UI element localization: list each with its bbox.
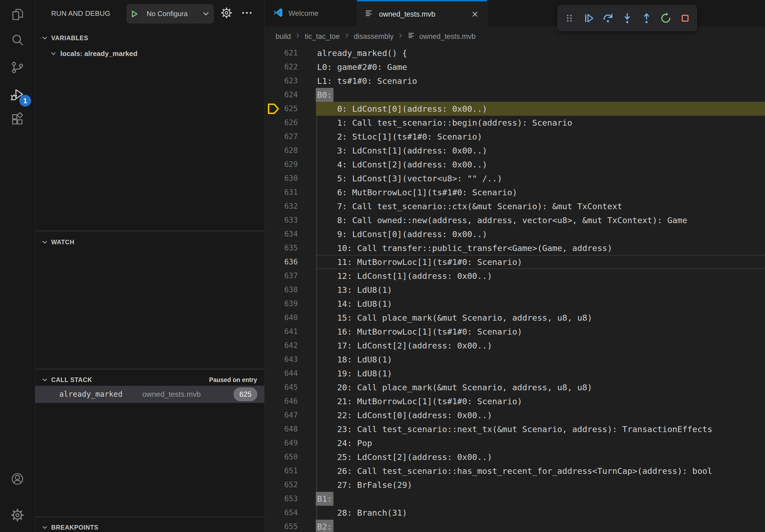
start-debug-button[interactable] — [127, 9, 142, 19]
line-number[interactable]: 648 — [265, 422, 298, 436]
section-header-call-stack[interactable]: CALL STACK Paused on entry — [35, 372, 264, 387]
line-number[interactable]: 622 — [265, 60, 298, 74]
line-number[interactable]: 645 — [265, 381, 298, 394]
line-number[interactable]: 626 — [265, 116, 298, 130]
code-line-628[interactable]: 628 3: LdConst[1](address: 0x00..) — [265, 143, 765, 157]
continue-button[interactable] — [581, 10, 596, 26]
line-number[interactable]: 644 — [265, 367, 298, 381]
stop-button[interactable] — [677, 10, 693, 26]
code-line-623[interactable]: 623L1: ts#1#0: Scenario — [265, 74, 765, 88]
close-icon[interactable] — [470, 10, 479, 19]
sidebar-item-extensions[interactable] — [0, 107, 35, 133]
restart-button[interactable] — [658, 10, 674, 26]
breadcrumb-item-file[interactable]: owned_tests.mvb — [407, 31, 475, 42]
code-line-630[interactable]: 630 5: LdConst[3](vector<u8>: "" /..) — [265, 171, 765, 185]
debug-settings-button[interactable] — [220, 6, 234, 20]
line-number[interactable]: 625 — [265, 102, 298, 116]
step-out-button[interactable] — [639, 10, 654, 26]
variables-scope-locals[interactable]: locals: already_marked — [35, 46, 264, 61]
accounts-button[interactable] — [0, 467, 35, 492]
line-number[interactable]: 641 — [265, 325, 298, 339]
code-line-621[interactable]: 621already_marked() { — [265, 46, 765, 60]
line-number[interactable]: 651 — [265, 464, 298, 478]
line-number[interactable]: 631 — [265, 185, 298, 199]
code-line-637[interactable]: 637 12: LdConst[1](address: 0x00..) — [265, 269, 765, 283]
code-line-652[interactable]: 652 27: BrFalse(29) — [265, 478, 765, 492]
code-line-651[interactable]: 651 26: Call test_scenario::has_most_rec… — [265, 464, 765, 478]
code-line-644[interactable]: 644 19: LdU8(1) — [265, 367, 765, 381]
sidebar-item-search[interactable] — [0, 28, 35, 54]
line-number[interactable]: 653 — [265, 492, 298, 506]
code-line-629[interactable]: 629 4: LdConst[2](address: 0x00..) — [265, 157, 765, 171]
code-line-631[interactable]: 631 6: MutBorrowLoc[1](ts#1#0: Scenario) — [265, 185, 765, 199]
line-number[interactable]: 623 — [265, 74, 298, 88]
settings-button[interactable] — [0, 503, 35, 529]
line-number[interactable]: 638 — [265, 283, 298, 297]
line-number[interactable]: 642 — [265, 339, 298, 353]
section-header-breakpoints[interactable]: BREAKPOINTS — [35, 520, 264, 532]
code-line-649[interactable]: 649 24: Pop — [265, 436, 765, 450]
code-line-653[interactable]: 653B1: — [265, 492, 765, 506]
code-line-639[interactable]: 639 14: LdU8(1) — [265, 297, 765, 311]
line-number[interactable]: 632 — [265, 199, 298, 213]
line-number[interactable]: 628 — [265, 143, 298, 157]
step-into-button[interactable] — [619, 10, 635, 26]
code-line-633[interactable]: 633 8: Call owned::new(address, address,… — [265, 213, 765, 227]
line-number[interactable]: 646 — [265, 394, 298, 408]
line-number[interactable]: 633 — [265, 213, 298, 227]
code-line-643[interactable]: 643 18: LdU8(1) — [265, 353, 765, 367]
line-number[interactable]: 654 — [265, 506, 298, 520]
code-line-655[interactable]: 655B2: — [265, 520, 765, 532]
code-line-627[interactable]: 627 2: StLoc[1](ts#1#0: Scenario) — [265, 130, 765, 143]
line-number[interactable]: 635 — [265, 241, 298, 255]
code-editor[interactable]: 621already_marked() {622L0: game#2#0: Ga… — [265, 46, 765, 532]
line-number[interactable]: 627 — [265, 130, 298, 143]
section-header-variables[interactable]: VARIABLES — [35, 30, 264, 46]
line-number[interactable]: 636 — [265, 255, 298, 269]
code-line-632[interactable]: 632 7: Call test_scenario::ctx(&mut Scen… — [265, 199, 765, 213]
line-number[interactable]: 649 — [265, 436, 298, 450]
toolbar-drag-handle[interactable] — [561, 10, 577, 26]
line-number[interactable]: 637 — [265, 269, 298, 283]
code-line-625[interactable]: 625 0: LdConst[0](address: 0x00..) — [265, 102, 765, 116]
tab-welcome[interactable]: Welcome — [265, 0, 357, 27]
code-line-624[interactable]: 624B0: — [265, 88, 765, 102]
code-line-634[interactable]: 634 9: LdConst[0](address: 0x00..) — [265, 227, 765, 241]
code-line-622[interactable]: 622L0: game#2#0: Game — [265, 60, 765, 74]
code-line-648[interactable]: 648 23: Call test_scenario::next_tx(&mut… — [265, 422, 765, 436]
sidebar-item-explorer[interactable] — [0, 2, 35, 28]
line-number[interactable]: 650 — [265, 450, 298, 464]
code-line-636[interactable]: 636 11: MutBorrowLoc[1](ts#1#0: Scenario… — [265, 255, 765, 269]
line-number[interactable]: 621 — [265, 46, 298, 60]
line-number[interactable]: 643 — [265, 353, 298, 367]
breadcrumb-item-disassembly[interactable]: disassembly — [354, 32, 394, 41]
code-line-635[interactable]: 635 10: Call transfer::public_transfer<G… — [265, 241, 765, 255]
line-number[interactable]: 647 — [265, 408, 298, 422]
sidebar-item-run-and-debug[interactable]: 1 — [0, 83, 35, 108]
line-number[interactable]: 655 — [265, 520, 298, 532]
views-more-actions-button[interactable] — [240, 6, 254, 20]
line-number[interactable]: 639 — [265, 297, 298, 311]
line-number[interactable]: 652 — [265, 478, 298, 492]
breadcrumb-item-tic-tac-toe[interactable]: tic_tac_toe — [305, 32, 340, 41]
line-number[interactable]: 640 — [265, 311, 298, 325]
code-line-638[interactable]: 638 13: LdU8(1) — [265, 283, 765, 297]
tab-owned-tests[interactable]: owned_tests.mvb — [357, 0, 487, 27]
breadcrumb-item-build[interactable]: build — [276, 32, 291, 41]
code-line-645[interactable]: 645 20: Call place_mark(&mut Scenario, a… — [265, 381, 765, 394]
code-line-646[interactable]: 646 21: MutBorrowLoc[1](ts#1#0: Scenario… — [265, 394, 765, 408]
code-line-647[interactable]: 647 22: LdConst[0](address: 0x00..) — [265, 408, 765, 422]
code-line-654[interactable]: 654 28: Branch(31) — [265, 506, 765, 520]
line-number[interactable]: 630 — [265, 171, 298, 185]
launch-configuration-dropdown[interactable]: No Configura — [127, 4, 214, 24]
line-number[interactable]: 634 — [265, 227, 298, 241]
line-number[interactable]: 629 — [265, 157, 298, 171]
sidebar-item-source-control[interactable] — [0, 55, 35, 81]
code-line-626[interactable]: 626 1: Call test_scenario::begin(address… — [265, 116, 765, 130]
code-line-640[interactable]: 640 15: Call place_mark(&mut Scenario, a… — [265, 311, 765, 325]
code-line-642[interactable]: 642 17: LdConst[2](address: 0x00..) — [265, 339, 765, 353]
code-line-650[interactable]: 650 25: LdConst[2](address: 0x00..) — [265, 450, 765, 464]
section-header-watch[interactable]: WATCH — [35, 234, 264, 250]
code-line-641[interactable]: 641 16: MutBorrowLoc[1](ts#1#0: Scenario… — [265, 325, 765, 339]
step-over-button[interactable] — [600, 10, 616, 26]
